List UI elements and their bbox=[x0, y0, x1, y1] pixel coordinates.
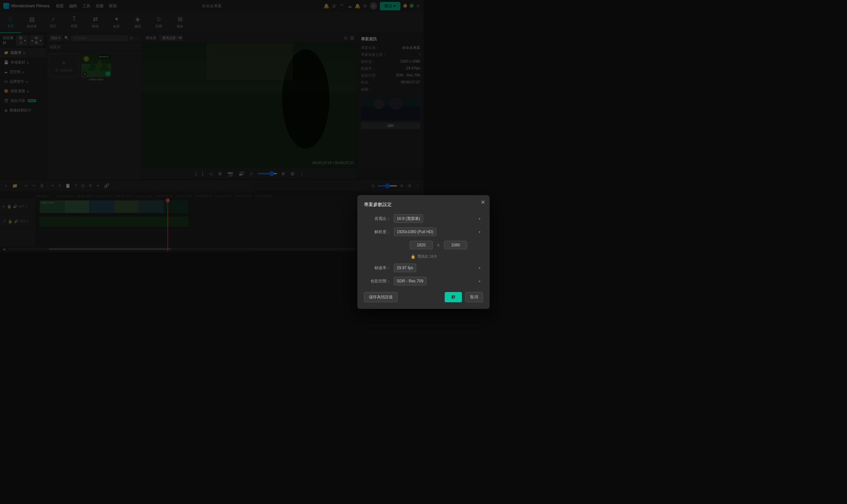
modal-label-aspect: 長寬比： bbox=[364, 216, 390, 221]
modal-label-resolution: 解析度： bbox=[364, 229, 390, 235]
modal-select-wrap-aspect: 16:9 (寬螢幕) bbox=[394, 214, 423, 223]
width-input[interactable] bbox=[410, 241, 423, 249]
modal-title: 專案參數設定 bbox=[364, 202, 423, 208]
modal-select-wrap-resolution: 1920x1080 (Full HD) bbox=[394, 228, 423, 236]
modal-row-aspect: 長寬比： 16:9 (寬螢幕) bbox=[364, 214, 423, 223]
modal-select-resolution[interactable]: 1920x1080 (Full HD) bbox=[394, 228, 423, 236]
modal-overlay[interactable]: 專案參數設定 ✕ 長寬比： 16:9 (寬螢幕) 解析度： 1920x1080 … bbox=[0, 0, 423, 252]
modal-select-aspect[interactable]: 16:9 (寬螢幕) bbox=[394, 214, 423, 223]
modal-row-resolution: 解析度： 1920x1080 (Full HD) bbox=[364, 228, 423, 236]
project-settings-modal: 專案參數設定 ✕ 長寬比： 16:9 (寬螢幕) 解析度： 1920x1080 … bbox=[357, 195, 423, 252]
modal-row-dimensions: x bbox=[364, 241, 423, 249]
